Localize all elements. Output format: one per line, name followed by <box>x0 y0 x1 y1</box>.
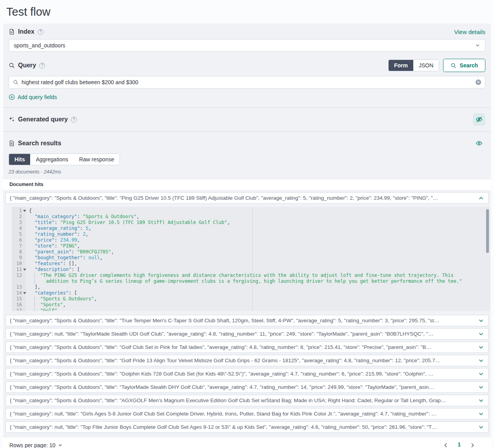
fold-arrow-icon[interactable] <box>22 220 26 226</box>
query-section-header: Query ? Form JSON Search <box>9 59 485 72</box>
tab-aggregations[interactable]: Aggregations <box>30 154 74 165</box>
document-icon <box>9 140 15 146</box>
fold-arrow-icon[interactable] <box>22 302 26 308</box>
tab-raw-response[interactable]: Raw response <box>74 154 120 165</box>
editor-scrollbar[interactable] <box>486 209 489 253</box>
document-hit-row-expanded[interactable]: { "main_category": "Sports & Outdoors", … <box>5 192 489 204</box>
fold-arrow-icon[interactable] <box>22 237 26 243</box>
code-line: 14 "categories": [ <box>12 290 490 296</box>
code-text: "average_rating": 5, <box>26 226 490 231</box>
chevron-down-icon <box>478 411 484 417</box>
fold-arrow-icon[interactable] <box>22 214 26 220</box>
fold-arrow-icon[interactable] <box>22 290 26 296</box>
toggle-generated-query-visibility-button[interactable] <box>473 113 485 126</box>
clear-query-icon[interactable]: ✕ <box>476 79 481 85</box>
fold-arrow-icon[interactable] <box>22 278 26 284</box>
form-mode-button[interactable]: Form <box>389 60 413 71</box>
code-text: "Sports & Outdoors", <box>26 296 490 302</box>
line-number: 5 <box>12 231 22 237</box>
code-text: "bought_together": null, <box>26 255 490 261</box>
chevron-down-icon <box>478 318 484 324</box>
code-text: "The PING G25 driver complements high fo… <box>26 273 490 278</box>
code-text: "Sports", <box>26 302 490 308</box>
fold-arrow-icon[interactable] <box>22 231 26 237</box>
view-details-link[interactable]: View details <box>454 29 485 35</box>
code-content: 1 { 2 "main_category": "Sports & Outdoor… <box>12 207 490 311</box>
next-page-button[interactable] <box>469 442 476 448</box>
search-icon <box>13 79 18 85</box>
plus-circle-icon <box>9 94 15 100</box>
search-button[interactable]: Search <box>443 59 485 72</box>
divider <box>3 131 491 132</box>
fold-arrow-icon[interactable] <box>22 308 26 311</box>
code-text: "categories": [ <box>26 290 490 296</box>
help-icon[interactable]: ? <box>71 117 77 123</box>
document-hit-row[interactable]: { "main_category": null, "title": "Top F… <box>5 421 489 433</box>
query-input[interactable]: highest rated golf clubs between $200 an… <box>9 76 485 89</box>
code-text: ], <box>26 284 490 290</box>
document-hit-row[interactable]: { "main_category": null, "title": "Taylo… <box>5 328 489 340</box>
line-number: 8 <box>12 249 22 255</box>
document-hit-row[interactable]: { "main_category": "Sports & Outdoors", … <box>5 341 489 353</box>
search-results-header: Search results <box>9 137 485 150</box>
hit-preview: { "main_category": "Sports & Outdoors", … <box>10 371 475 377</box>
document-hit-row[interactable]: { "main_category": "Sports & Outdoors", … <box>5 355 489 366</box>
document-hit-row[interactable]: { "main_category": "Sports & Outdoors", … <box>5 381 489 393</box>
index-select[interactable]: sports_and_outdoors <box>9 39 485 52</box>
line-number: 11 <box>12 267 22 273</box>
line-number: 10 <box>12 261 22 267</box>
fold-arrow-icon[interactable] <box>22 267 26 273</box>
query-mode-toggle: Form JSON <box>388 60 439 71</box>
tab-hits[interactable]: Hits <box>9 154 30 165</box>
help-icon[interactable]: ? <box>39 63 45 69</box>
fold-arrow-icon[interactable] <box>22 226 26 231</box>
hit-preview: { "main_category": null, "title": "Taylo… <box>10 331 475 337</box>
line-number: 6 <box>12 237 22 243</box>
fold-arrow-icon[interactable] <box>22 273 26 278</box>
add-query-fields-link[interactable]: Add query fields <box>9 94 57 100</box>
fold-arrow-icon[interactable] <box>22 243 26 249</box>
code-text: addition to Ping’s G series lineup of ga… <box>26 278 490 284</box>
json-mode-button[interactable]: JSON <box>413 60 439 71</box>
fold-arrow-icon[interactable] <box>22 249 26 255</box>
document-hit-row[interactable]: { "main_category": null, "title": "Girls… <box>5 408 489 419</box>
hit-preview: { "main_category": null, "title": "Top F… <box>10 424 475 430</box>
fold-arrow-icon[interactable] <box>22 255 26 261</box>
document-hit-row[interactable]: { "main_category": "Sports & Outdoors", … <box>5 368 489 379</box>
fold-arrow-icon[interactable] <box>22 208 26 214</box>
code-text: "title": "Ping G25 Driver 10.5 (TFC 189 … <box>26 220 490 226</box>
page-title: Test flow <box>0 0 494 19</box>
code-line: 13 ], <box>12 284 490 290</box>
line-number <box>12 278 22 284</box>
json-code-editor[interactable]: 1 { 2 "main_category": "Sports & Outdoor… <box>12 207 490 311</box>
chevron-down-icon <box>478 371 484 377</box>
fold-arrow-icon[interactable] <box>22 296 26 302</box>
rows-per-page-select[interactable]: Rows per page: 10 <box>9 442 63 448</box>
document-hit-row[interactable]: { "main_category": "Sports & Outdoors", … <box>5 315 489 326</box>
document-hit-row[interactable]: { "main_category": "Sports & Outdoors", … <box>5 395 489 406</box>
fold-arrow-icon[interactable] <box>22 284 26 290</box>
page-number-1[interactable]: 1 <box>457 441 461 448</box>
line-number: 3 <box>12 220 22 226</box>
results-summary: 23 documents · 2442ms <box>9 169 485 175</box>
code-line: addition to Ping’s G series lineup of ga… <box>12 278 490 284</box>
chevron-down-icon <box>478 358 484 364</box>
code-text: "rating_number": 2, <box>26 231 490 237</box>
hit-preview: { "main_category": "Sports & Outdoors", … <box>10 358 475 363</box>
document-hits-table: Document hits { "main_category": "Sports… <box>3 179 491 448</box>
code-line: 5 "rating_number": 2, <box>12 231 490 237</box>
code-text: "store": "PING", <box>26 243 490 249</box>
code-line: 4 "average_rating": 5, <box>12 226 490 231</box>
pagination-bar: Rows per page: 10 1 <box>3 437 491 448</box>
help-icon[interactable]: ? <box>38 29 43 35</box>
hit-preview: { "main_category": "Sports & Outdoors", … <box>10 195 475 201</box>
eye-slash-icon <box>476 116 483 123</box>
line-number: 16 <box>12 302 22 308</box>
divider <box>3 107 491 108</box>
toggle-results-visibility-button[interactable] <box>473 137 485 150</box>
chevron-down-icon <box>478 397 484 404</box>
code-line: 3 "title": "Ping G25 Driver 10.5 (TFC 18… <box>12 220 490 226</box>
fold-arrow-icon[interactable] <box>22 261 26 267</box>
prev-page-button[interactable] <box>442 442 449 448</box>
search-results-title: Search results <box>18 140 61 147</box>
